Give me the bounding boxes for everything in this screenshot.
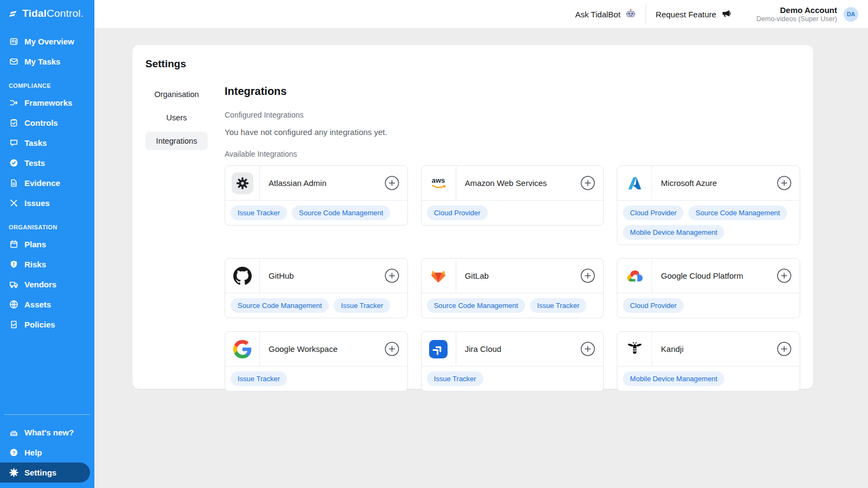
integration-tags: Source Code ManagementIssue Tracker <box>225 293 407 318</box>
tag-source-code-management: Source Code Management <box>292 206 390 220</box>
sidebar-item-label: Settings <box>24 468 56 477</box>
tab-integrations[interactable]: Integrations <box>145 132 208 150</box>
page-title: Settings <box>145 58 800 70</box>
main-content: Settings OrganisationUsersIntegrations I… <box>94 29 868 488</box>
google-workspace-logo <box>225 332 260 366</box>
sidebar-item-issues[interactable]: Issues <box>0 193 94 213</box>
chat-icon <box>9 138 18 148</box>
integration-tags: Cloud Provider <box>617 293 800 318</box>
sidebar-item-label: Tests <box>24 158 45 168</box>
azure-logo <box>617 166 652 200</box>
sidebar-item-label: My Tasks <box>24 57 60 66</box>
integration-card-jira-cloud: Jira CloudIssue Tracker <box>421 331 604 391</box>
sidebar-item-label: Help <box>24 448 42 457</box>
sidebar-item-label: Policies <box>24 320 55 329</box>
add-integration-button[interactable] <box>777 176 792 190</box>
frameworks-icon <box>9 98 18 108</box>
tag-cloud-provider: Cloud Provider <box>623 206 684 220</box>
sidebar-item-settings[interactable]: Settings <box>0 463 90 483</box>
integration-card-github: GitHubSource Code ManagementIssue Tracke… <box>225 258 408 318</box>
sidebar-nav: My OverviewMy TasksCOMPLIANCEFrameworksC… <box>0 31 94 335</box>
sidebar-item-help[interactable]: ?Help <box>0 442 94 463</box>
add-integration-button[interactable] <box>385 176 399 190</box>
sidebar: TidalControl. My OverviewMy TasksCOMPLIA… <box>0 0 94 488</box>
account-menu[interactable]: Demo Account Demo-videos (Super User) <box>756 5 837 23</box>
policy-icon <box>9 320 18 330</box>
add-integration-button[interactable] <box>580 342 595 356</box>
brand-name: TidalControl. <box>22 8 84 20</box>
sidebar-item-label: Vendors <box>24 280 56 289</box>
sidebar-item-what-s-new[interactable]: What's new? <box>0 422 94 442</box>
cake-icon <box>9 428 18 438</box>
add-integration-button[interactable] <box>385 342 399 356</box>
sidebar-item-label: Risks <box>24 260 46 269</box>
integration-tags: Issue TrackerSource Code Management <box>225 200 407 225</box>
sidebar-item-label: Assets <box>24 300 51 309</box>
sidebar-item-label: My Overview <box>24 37 74 46</box>
sidebar-section-title: COMPLIANCE <box>0 72 94 93</box>
app-logo[interactable]: TidalControl. <box>0 0 94 25</box>
tag-source-code-management: Source Code Management <box>688 206 787 220</box>
truck-icon <box>9 280 18 290</box>
sidebar-item-tests[interactable]: Tests <box>0 153 94 173</box>
request-feature-label: Request Feature <box>656 10 717 19</box>
integration-tags: Source Code ManagementIssue Tracker <box>422 293 604 318</box>
shield-icon <box>9 260 18 269</box>
controls-icon <box>9 118 18 128</box>
account-name: Demo Account <box>756 5 837 15</box>
integration-tags: Mobile Device Management <box>617 366 800 391</box>
sidebar-bottom: What's new??HelpSettings <box>0 414 94 488</box>
sidebar-item-my-tasks[interactable]: My Tasks <box>0 52 94 72</box>
integration-tags: Issue Tracker <box>225 366 407 391</box>
sidebar-item-controls[interactable]: Controls <box>0 113 94 133</box>
integration-card-kandji: KandjiMobile Device Management <box>617 331 800 391</box>
gitlab-logo <box>422 259 456 293</box>
sidebar-item-my-overview[interactable]: My Overview <box>0 31 94 52</box>
sidebar-item-plans[interactable]: Plans <box>0 234 94 254</box>
add-integration-button[interactable] <box>580 268 595 283</box>
sidebar-item-label: What's new? <box>24 428 74 437</box>
sidebar-item-label: Plans <box>24 240 46 249</box>
tag-source-code-management: Source Code Management <box>427 298 525 313</box>
settings-panel: Settings OrganisationUsersIntegrations I… <box>132 45 813 389</box>
integration-card-microsoft-azure: Microsoft AzureCloud ProviderSource Code… <box>617 165 800 245</box>
sidebar-item-risks[interactable]: Risks <box>0 254 94 274</box>
avatar[interactable]: DA <box>844 7 858 22</box>
integration-name: GitHub <box>260 271 385 280</box>
mail-icon <box>9 57 18 67</box>
ask-tidalbot-button[interactable]: Ask TidalBot <box>575 8 635 20</box>
integration-name: Amazon Web Services <box>456 178 581 188</box>
sidebar-item-evidence[interactable]: Evidence <box>0 173 94 193</box>
globe-icon <box>9 300 18 310</box>
integration-name: Google Cloud Platform <box>652 271 777 280</box>
atlassian-admin-logo <box>225 166 260 200</box>
tag-issue-tracker: Issue Tracker <box>334 298 390 313</box>
tag-source-code-management: Source Code Management <box>231 298 329 313</box>
add-integration-button[interactable] <box>777 342 792 356</box>
integration-name: Microsoft Azure <box>652 178 777 188</box>
sidebar-item-vendors[interactable]: Vendors <box>0 274 94 294</box>
add-integration-button[interactable] <box>777 268 792 283</box>
sidebar-item-tasks[interactable]: Tasks <box>0 133 94 153</box>
aws-logo: aws <box>422 166 456 200</box>
tab-organisation[interactable]: Organisation <box>145 85 208 104</box>
configured-integrations-label: Configured Integrations <box>225 111 800 119</box>
request-feature-button[interactable]: Request Feature <box>656 8 732 20</box>
tools-icon <box>9 198 18 208</box>
integration-name: Jira Cloud <box>456 344 581 354</box>
tab-users[interactable]: Users <box>145 108 208 127</box>
available-integrations-label: Available Integrations <box>225 150 800 158</box>
calendar-icon <box>9 240 18 249</box>
integration-card-google-cloud-platform: Google Cloud PlatformCloud Provider <box>617 258 800 318</box>
ask-tidalbot-label: Ask TidalBot <box>575 10 620 19</box>
integration-name: Atlassian Admin <box>260 178 385 188</box>
sidebar-item-policies[interactable]: Policies <box>0 314 94 335</box>
sidebar-item-assets[interactable]: Assets <box>0 294 94 314</box>
sidebar-item-label: Issues <box>24 198 50 208</box>
add-integration-button[interactable] <box>385 268 399 283</box>
check-circle-icon <box>9 158 18 168</box>
sidebar-item-frameworks[interactable]: Frameworks <box>0 93 94 113</box>
sidebar-item-label: Controls <box>24 118 58 127</box>
add-integration-button[interactable] <box>580 176 595 190</box>
tag-cloud-provider: Cloud Provider <box>427 206 488 220</box>
